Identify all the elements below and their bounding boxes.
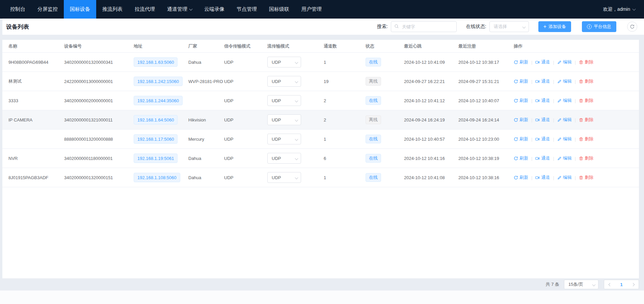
cell-name: IP CAMERA <box>8 117 64 122</box>
platform-info-button[interactable]: i 平台信息 <box>582 21 616 32</box>
col-actions: 操作 <box>514 43 639 49</box>
channel-link[interactable]: 通道 <box>535 117 550 123</box>
cell-device-id: 34020000001320000341 <box>64 60 134 65</box>
action-divider: | <box>531 137 532 142</box>
chevron-down-icon <box>295 99 298 102</box>
action-divider: | <box>575 98 576 103</box>
edit-link[interactable]: 编辑 <box>557 98 572 104</box>
cell-stream-mode: UDP <box>267 172 324 183</box>
edit-link[interactable]: 编辑 <box>557 78 572 84</box>
refresh-link[interactable]: 刷新 <box>514 155 528 161</box>
channel-link[interactable]: 通道 <box>535 59 550 65</box>
cell-registered: 2024-10-12 10:38:17 <box>458 60 514 65</box>
edit-link[interactable]: 编辑 <box>557 59 572 65</box>
channel-link[interactable]: 通道 <box>535 98 550 104</box>
col-device-id: 设备编号 <box>64 43 134 49</box>
search-label: 搜索: <box>377 24 388 30</box>
status-badge: 在线 <box>366 173 381 182</box>
prev-page-button[interactable] <box>604 280 616 289</box>
refresh-link[interactable]: 刷新 <box>514 78 528 84</box>
cell-registered: 2024-10-12 10:40:07 <box>458 98 514 103</box>
col-channels: 通道数 <box>324 43 366 49</box>
delete-link[interactable]: 删除 <box>579 155 593 161</box>
refresh-page-button[interactable] <box>627 22 637 32</box>
cell-signal-mode: UDP <box>224 137 267 142</box>
refresh-link[interactable]: 刷新 <box>514 136 528 142</box>
info-icon: i <box>587 24 592 29</box>
delete-link[interactable]: 删除 <box>579 59 593 65</box>
edit-link[interactable]: 编辑 <box>557 155 572 161</box>
stream-mode-select[interactable]: UDP <box>267 95 301 106</box>
search-input[interactable] <box>391 21 457 32</box>
delete-link[interactable]: 删除 <box>579 117 593 123</box>
delete-link[interactable]: 删除 <box>579 98 593 104</box>
channel-link[interactable]: 通道 <box>535 136 550 142</box>
add-device-button[interactable]: + 添加设备 <box>538 21 571 32</box>
nav-tab-8[interactable]: 国标级联 <box>263 0 295 19</box>
cell-device-id: 24220000013000000001 <box>64 79 134 84</box>
cell-manufacturer: Hikvision <box>188 117 224 122</box>
nav-tab-6[interactable]: 云端录像 <box>198 0 231 19</box>
delete-link[interactable]: 删除 <box>579 136 593 142</box>
channel-link[interactable]: 通道 <box>535 78 550 84</box>
status-badge: 离线 <box>366 115 381 124</box>
nav-tab-0[interactable]: 控制台 <box>4 0 31 19</box>
nav-tab-label: 控制台 <box>10 6 25 12</box>
stream-mode-select[interactable]: UDP <box>267 172 301 183</box>
channel-link[interactable]: 通道 <box>535 174 550 181</box>
cell-actions: 刷新 | 通道 | 编辑 | 删除 <box>514 174 639 181</box>
online-status-select[interactable]: 请选择 <box>489 21 529 32</box>
edit-link[interactable]: 编辑 <box>557 117 572 123</box>
stream-mode-select[interactable]: UDP <box>267 114 301 125</box>
stream-mode-select[interactable]: UDP <box>267 57 301 67</box>
nav-tab-9[interactable]: 用户管理 <box>295 0 328 19</box>
action-divider: | <box>575 175 576 180</box>
delete-link[interactable]: 删除 <box>579 78 593 84</box>
stream-mode-value: UDP <box>272 98 281 103</box>
nav-tab-5[interactable]: 通道管理 <box>161 0 198 19</box>
refresh-link[interactable]: 刷新 <box>514 174 528 181</box>
action-divider: | <box>531 98 532 103</box>
cell-status: 在线 <box>366 96 404 105</box>
nav-tab-4[interactable]: 拉流代理 <box>129 0 161 19</box>
nav-tab-label: 云端录像 <box>204 6 224 12</box>
action-divider: | <box>575 79 576 84</box>
cell-heartbeat: 2024-10-12 10:40:57 <box>404 137 458 142</box>
nav-tab-7[interactable]: 节点管理 <box>231 0 263 19</box>
col-heartbeat: 最近心跳 <box>404 43 458 49</box>
nav-tab-1[interactable]: 分屏监控 <box>31 0 64 19</box>
refresh-link[interactable]: 刷新 <box>514 98 528 104</box>
action-divider: | <box>553 117 554 122</box>
cell-address: 192.168.1.19:5061 <box>134 154 188 163</box>
cell-name: NVR <box>8 156 64 161</box>
stream-mode-select[interactable]: UDP <box>267 76 301 87</box>
refresh-link[interactable]: 刷新 <box>514 59 528 65</box>
chevron-down-icon <box>295 137 298 141</box>
stream-mode-select[interactable]: UDP <box>267 153 301 164</box>
user-menu[interactable]: 欢迎，admin <box>603 0 644 19</box>
action-divider: | <box>531 79 532 84</box>
video-channel-icon <box>535 175 540 180</box>
cell-signal-mode: UDP <box>224 79 267 84</box>
video-channel-icon <box>535 156 540 161</box>
next-page-button[interactable] <box>627 280 639 289</box>
current-page[interactable]: 1 <box>616 282 627 287</box>
cell-registered: 2024-10-12 10:23:00 <box>458 137 514 142</box>
edit-link[interactable]: 编辑 <box>557 136 572 142</box>
video-channel-icon <box>535 99 540 103</box>
delete-link[interactable]: 删除 <box>579 174 593 181</box>
edit-link[interactable]: 编辑 <box>557 174 572 181</box>
action-divider: | <box>553 98 554 103</box>
cell-actions: 刷新 | 通道 | 编辑 | 删除 <box>514 98 639 104</box>
page-size-select[interactable]: 15条/页 <box>564 280 598 289</box>
trash-icon <box>579 156 583 161</box>
stream-mode-select[interactable]: UDP <box>267 134 301 144</box>
table-row: 88880000013200000888 192.168.1.17:5060 M… <box>2 130 639 149</box>
refresh-link[interactable]: 刷新 <box>514 117 528 123</box>
nav-tab-2[interactable]: 国标设备 <box>64 0 96 19</box>
cell-signal-mode: UDP <box>224 117 267 122</box>
pagination-bar: 共 7 条 15条/页 1 <box>0 278 644 291</box>
channel-link[interactable]: 通道 <box>535 155 550 161</box>
cell-actions: 刷新 | 通道 | 编辑 | 删除 <box>514 155 639 161</box>
nav-tab-3[interactable]: 推流列表 <box>96 0 129 19</box>
